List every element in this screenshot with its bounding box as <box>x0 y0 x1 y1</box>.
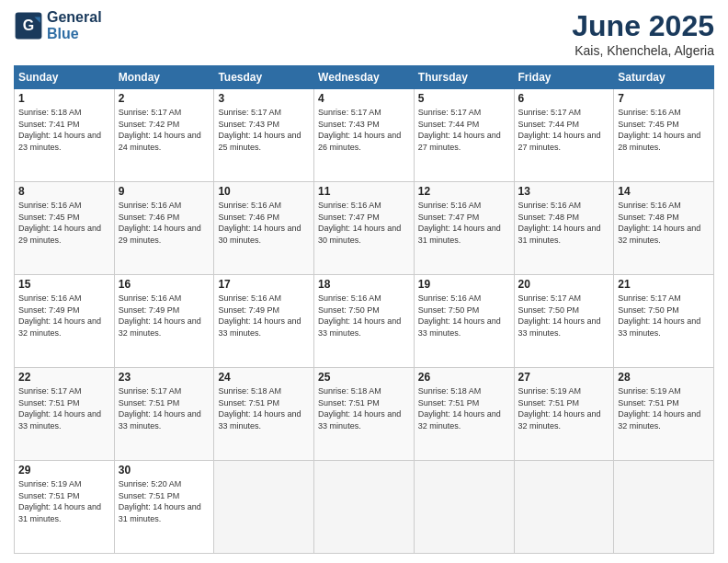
logo-icon: G <box>14 11 43 40</box>
table-row: 11 Sunrise: 5:16 AM Sunset: 7:47 PM Dayl… <box>314 182 415 275</box>
day-number: 2 <box>119 92 210 105</box>
day-info: Sunrise: 5:16 AM Sunset: 7:50 PM Dayligh… <box>318 293 410 339</box>
col-friday: Friday <box>514 66 614 89</box>
day-info: Sunrise: 5:16 AM Sunset: 7:49 PM Dayligh… <box>119 293 210 339</box>
table-row: 13 Sunrise: 5:16 AM Sunset: 7:48 PM Dayl… <box>514 182 614 275</box>
table-row: 25 Sunrise: 5:18 AM Sunset: 7:51 PM Dayl… <box>314 368 415 461</box>
day-number: 24 <box>218 371 310 384</box>
table-row <box>414 461 514 554</box>
day-info: Sunrise: 5:16 AM Sunset: 7:48 PM Dayligh… <box>618 200 710 246</box>
table-row: 23 Sunrise: 5:17 AM Sunset: 7:51 PM Dayl… <box>114 368 214 461</box>
day-info: Sunrise: 5:19 AM Sunset: 7:51 PM Dayligh… <box>618 385 710 431</box>
table-row: 15 Sunrise: 5:16 AM Sunset: 7:49 PM Dayl… <box>15 275 115 368</box>
day-number: 28 <box>618 371 710 384</box>
day-info: Sunrise: 5:16 AM Sunset: 7:45 PM Dayligh… <box>18 200 110 246</box>
col-thursday: Thursday <box>414 66 514 89</box>
calendar-header-row: Sunday Monday Tuesday Wednesday Thursday… <box>15 66 714 89</box>
table-row: 26 Sunrise: 5:18 AM Sunset: 7:51 PM Dayl… <box>414 368 514 461</box>
title-area: June 2025 Kais, Khenchela, Algeria <box>572 9 714 58</box>
day-number: 29 <box>18 464 110 477</box>
day-number: 1 <box>18 92 110 105</box>
day-number: 6 <box>518 92 610 105</box>
day-info: Sunrise: 5:16 AM Sunset: 7:45 PM Dayligh… <box>618 107 710 153</box>
table-row: 27 Sunrise: 5:19 AM Sunset: 7:51 PM Dayl… <box>514 368 614 461</box>
day-info: Sunrise: 5:17 AM Sunset: 7:51 PM Dayligh… <box>119 385 210 431</box>
month-title: June 2025 <box>572 9 714 43</box>
day-info: Sunrise: 5:18 AM Sunset: 7:51 PM Dayligh… <box>218 385 310 431</box>
day-number: 3 <box>218 92 310 105</box>
day-info: Sunrise: 5:17 AM Sunset: 7:43 PM Dayligh… <box>318 107 410 153</box>
logo: G General Blue <box>14 9 102 41</box>
calendar-week-row: 8 Sunrise: 5:16 AM Sunset: 7:45 PM Dayli… <box>15 182 714 275</box>
day-info: Sunrise: 5:16 AM Sunset: 7:47 PM Dayligh… <box>318 200 410 246</box>
table-row: 30 Sunrise: 5:20 AM Sunset: 7:51 PM Dayl… <box>114 461 214 554</box>
header: G General Blue June 2025 Kais, Khenchela… <box>14 9 714 58</box>
table-row: 7 Sunrise: 5:16 AM Sunset: 7:45 PM Dayli… <box>614 89 714 182</box>
day-number: 12 <box>418 185 510 198</box>
day-info: Sunrise: 5:19 AM Sunset: 7:51 PM Dayligh… <box>18 478 110 524</box>
table-row: 18 Sunrise: 5:16 AM Sunset: 7:50 PM Dayl… <box>314 275 415 368</box>
day-number: 16 <box>119 278 210 291</box>
logo-text: General Blue <box>47 9 102 41</box>
day-info: Sunrise: 5:16 AM Sunset: 7:46 PM Dayligh… <box>119 200 210 246</box>
table-row: 9 Sunrise: 5:16 AM Sunset: 7:46 PM Dayli… <box>114 182 214 275</box>
table-row: 17 Sunrise: 5:16 AM Sunset: 7:49 PM Dayl… <box>214 275 314 368</box>
day-number: 10 <box>218 185 310 198</box>
day-number: 26 <box>418 371 510 384</box>
day-info: Sunrise: 5:16 AM Sunset: 7:47 PM Dayligh… <box>418 200 510 246</box>
day-number: 7 <box>618 92 710 105</box>
location: Kais, Khenchela, Algeria <box>572 43 714 58</box>
day-info: Sunrise: 5:18 AM Sunset: 7:51 PM Dayligh… <box>418 385 510 431</box>
calendar-week-row: 1 Sunrise: 5:18 AM Sunset: 7:41 PM Dayli… <box>15 89 714 182</box>
day-number: 21 <box>618 278 710 291</box>
day-number: 5 <box>418 92 510 105</box>
day-number: 18 <box>318 278 410 291</box>
col-tuesday: Tuesday <box>214 66 314 89</box>
day-info: Sunrise: 5:17 AM Sunset: 7:51 PM Dayligh… <box>18 385 110 431</box>
table-row: 21 Sunrise: 5:17 AM Sunset: 7:50 PM Dayl… <box>614 275 714 368</box>
day-info: Sunrise: 5:16 AM Sunset: 7:48 PM Dayligh… <box>518 200 610 246</box>
day-number: 22 <box>18 371 110 384</box>
page: G General Blue June 2025 Kais, Khenchela… <box>0 0 728 563</box>
table-row: 8 Sunrise: 5:16 AM Sunset: 7:45 PM Dayli… <box>15 182 115 275</box>
table-row: 2 Sunrise: 5:17 AM Sunset: 7:42 PM Dayli… <box>114 89 214 182</box>
day-info: Sunrise: 5:19 AM Sunset: 7:51 PM Dayligh… <box>518 385 610 431</box>
day-number: 14 <box>618 185 710 198</box>
day-info: Sunrise: 5:17 AM Sunset: 7:50 PM Dayligh… <box>518 293 610 339</box>
calendar-week-row: 29 Sunrise: 5:19 AM Sunset: 7:51 PM Dayl… <box>15 461 714 554</box>
table-row: 12 Sunrise: 5:16 AM Sunset: 7:47 PM Dayl… <box>414 182 514 275</box>
day-number: 15 <box>18 278 110 291</box>
day-number: 17 <box>218 278 310 291</box>
day-number: 8 <box>18 185 110 198</box>
table-row: 3 Sunrise: 5:17 AM Sunset: 7:43 PM Dayli… <box>214 89 314 182</box>
calendar-week-row: 22 Sunrise: 5:17 AM Sunset: 7:51 PM Dayl… <box>15 368 714 461</box>
day-number: 23 <box>119 371 210 384</box>
day-info: Sunrise: 5:17 AM Sunset: 7:44 PM Dayligh… <box>418 107 510 153</box>
day-info: Sunrise: 5:17 AM Sunset: 7:50 PM Dayligh… <box>618 293 710 339</box>
svg-text:G: G <box>23 17 34 32</box>
day-number: 19 <box>418 278 510 291</box>
day-info: Sunrise: 5:20 AM Sunset: 7:51 PM Dayligh… <box>119 478 210 524</box>
day-info: Sunrise: 5:17 AM Sunset: 7:44 PM Dayligh… <box>518 107 610 153</box>
day-info: Sunrise: 5:16 AM Sunset: 7:49 PM Dayligh… <box>218 293 310 339</box>
day-number: 27 <box>518 371 610 384</box>
day-number: 13 <box>518 185 610 198</box>
day-info: Sunrise: 5:18 AM Sunset: 7:51 PM Dayligh… <box>318 385 410 431</box>
table-row: 29 Sunrise: 5:19 AM Sunset: 7:51 PM Dayl… <box>15 461 115 554</box>
table-row: 24 Sunrise: 5:18 AM Sunset: 7:51 PM Dayl… <box>214 368 314 461</box>
col-wednesday: Wednesday <box>314 66 415 89</box>
day-info: Sunrise: 5:16 AM Sunset: 7:49 PM Dayligh… <box>18 293 110 339</box>
table-row: 1 Sunrise: 5:18 AM Sunset: 7:41 PM Dayli… <box>15 89 115 182</box>
table-row <box>514 461 614 554</box>
day-number: 11 <box>318 185 410 198</box>
table-row: 28 Sunrise: 5:19 AM Sunset: 7:51 PM Dayl… <box>614 368 714 461</box>
day-info: Sunrise: 5:18 AM Sunset: 7:41 PM Dayligh… <box>18 107 110 153</box>
table-row: 4 Sunrise: 5:17 AM Sunset: 7:43 PM Dayli… <box>314 89 415 182</box>
table-row: 14 Sunrise: 5:16 AM Sunset: 7:48 PM Dayl… <box>614 182 714 275</box>
day-info: Sunrise: 5:17 AM Sunset: 7:43 PM Dayligh… <box>218 107 310 153</box>
table-row: 16 Sunrise: 5:16 AM Sunset: 7:49 PM Dayl… <box>114 275 214 368</box>
table-row <box>214 461 314 554</box>
col-sunday: Sunday <box>15 66 115 89</box>
table-row: 5 Sunrise: 5:17 AM Sunset: 7:44 PM Dayli… <box>414 89 514 182</box>
day-info: Sunrise: 5:16 AM Sunset: 7:46 PM Dayligh… <box>218 200 310 246</box>
